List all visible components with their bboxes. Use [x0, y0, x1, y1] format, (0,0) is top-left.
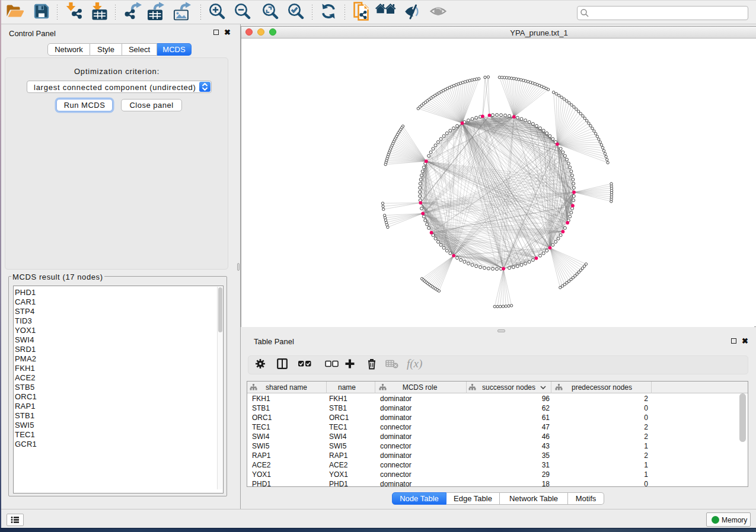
svg-text:f(x): f(x) — [407, 357, 422, 370]
